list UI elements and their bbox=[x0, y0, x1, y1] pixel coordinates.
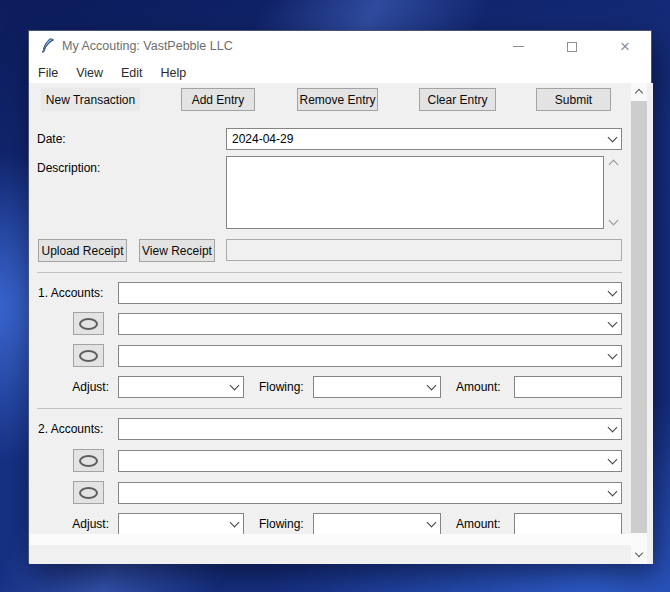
menu-file[interactable]: File bbox=[29, 64, 67, 82]
ellipse-icon bbox=[79, 318, 98, 330]
footer-strip bbox=[29, 545, 631, 564]
section1-amount-label: Amount: bbox=[456, 380, 501, 394]
vertical-scrollbar[interactable] bbox=[631, 83, 647, 564]
chevron-down-icon bbox=[608, 487, 618, 497]
minimize-icon bbox=[513, 46, 524, 47]
close-icon: × bbox=[620, 38, 630, 55]
chevron-down-icon bbox=[230, 518, 240, 528]
section2-sub1-combobox[interactable] bbox=[118, 450, 622, 472]
description-label: Description: bbox=[37, 161, 100, 175]
chevron-down-icon bbox=[608, 423, 618, 433]
section2-adjust-combobox[interactable] bbox=[118, 513, 244, 535]
maximize-icon bbox=[567, 42, 577, 52]
section2-amount-label: Amount: bbox=[456, 517, 501, 531]
section1-account-dropdown-arrow[interactable] bbox=[604, 283, 621, 303]
app-window: My Accouting: VastPebble LLC × File View… bbox=[28, 30, 652, 563]
section2-sub1-dropdown-arrow[interactable] bbox=[604, 451, 621, 471]
section2-accounts-label: 2. Accounts: bbox=[38, 422, 103, 436]
scrollbar-thumb[interactable] bbox=[631, 101, 647, 533]
app-feather-icon bbox=[40, 38, 56, 55]
content-area: New Transaction Add Entry Remove Entry C… bbox=[29, 83, 653, 564]
section1-sub2-dropdown-arrow[interactable] bbox=[604, 346, 621, 366]
add-entry-button[interactable]: Add Entry bbox=[181, 88, 255, 111]
section1-adjust-label: Adjust: bbox=[65, 380, 109, 394]
section2-amount-field[interactable] bbox=[514, 513, 622, 535]
date-dropdown-arrow[interactable] bbox=[604, 129, 621, 149]
section1-adjust-combobox[interactable] bbox=[118, 376, 244, 398]
section2-flowing-dropdown-arrow[interactable] bbox=[423, 514, 440, 534]
section2-flowing-label: Flowing: bbox=[259, 517, 304, 531]
upload-receipt-button[interactable]: Upload Receipt bbox=[38, 239, 127, 262]
section1-flowing-dropdown-arrow[interactable] bbox=[423, 377, 440, 397]
ellipse-icon bbox=[79, 455, 98, 467]
window-title: My Accouting: VastPebble LLC bbox=[62, 39, 233, 53]
section1-sub1-toggle-button[interactable] bbox=[73, 312, 104, 335]
ellipse-icon bbox=[79, 350, 98, 362]
submit-button[interactable]: Submit bbox=[536, 88, 611, 111]
section2-account-dropdown-arrow[interactable] bbox=[604, 419, 621, 439]
separator bbox=[37, 272, 622, 273]
clear-entry-button[interactable]: Clear Entry bbox=[419, 88, 496, 111]
section2-sub2-combobox[interactable] bbox=[118, 482, 622, 504]
section1-flowing-label: Flowing: bbox=[259, 380, 304, 394]
section1-account-combobox[interactable] bbox=[118, 282, 622, 304]
section1-flowing-combobox[interactable] bbox=[313, 376, 441, 398]
scrollbar-up-button[interactable] bbox=[631, 83, 647, 99]
new-transaction-button[interactable]: New Transaction bbox=[41, 88, 140, 111]
section1-sub1-combobox[interactable] bbox=[118, 313, 622, 335]
scroll-up-icon bbox=[635, 88, 643, 96]
section2-sub1-toggle-button[interactable] bbox=[73, 449, 104, 472]
view-receipt-button[interactable]: View Receipt bbox=[139, 239, 215, 262]
desktop-wallpaper: My Accouting: VastPebble LLC × File View… bbox=[0, 0, 670, 592]
menu-view[interactable]: View bbox=[67, 64, 112, 82]
receipt-path-field bbox=[226, 239, 622, 261]
menu-help[interactable]: Help bbox=[152, 64, 196, 82]
canvas-gap bbox=[29, 534, 631, 545]
ellipse-icon bbox=[79, 487, 98, 499]
maximize-button[interactable] bbox=[557, 31, 587, 62]
menubar: File View Edit Help bbox=[29, 62, 651, 83]
scroll-down-icon bbox=[635, 548, 643, 556]
chevron-down-icon bbox=[608, 350, 618, 360]
description-scrollbar[interactable] bbox=[605, 156, 622, 229]
section1-adjust-dropdown-arrow[interactable] bbox=[226, 377, 243, 397]
chevron-down-icon bbox=[230, 381, 240, 391]
section1-amount-field[interactable] bbox=[514, 376, 622, 398]
date-combobox[interactable]: 2024-04-29 bbox=[226, 128, 622, 150]
scroll-down-icon[interactable] bbox=[609, 216, 619, 226]
chevron-down-icon bbox=[608, 455, 618, 465]
description-textarea[interactable] bbox=[226, 156, 604, 229]
date-value: 2024-04-29 bbox=[227, 132, 604, 146]
section1-accounts-label: 1. Accounts: bbox=[38, 286, 103, 300]
section2-sub2-dropdown-arrow[interactable] bbox=[604, 483, 621, 503]
chevron-down-icon bbox=[608, 318, 618, 328]
chevron-down-icon bbox=[608, 133, 618, 143]
section1-sub2-toggle-button[interactable] bbox=[73, 344, 104, 367]
scroll-up-icon[interactable] bbox=[609, 160, 619, 170]
section2-sub2-toggle-button[interactable] bbox=[73, 481, 104, 504]
section2-adjust-label: Adjust: bbox=[65, 517, 109, 531]
titlebar[interactable]: My Accouting: VastPebble LLC × bbox=[29, 31, 651, 62]
minimize-button[interactable] bbox=[503, 31, 533, 62]
date-label: Date: bbox=[37, 132, 66, 146]
section1-sub1-dropdown-arrow[interactable] bbox=[604, 314, 621, 334]
menu-edit[interactable]: Edit bbox=[112, 64, 152, 82]
section2-adjust-dropdown-arrow[interactable] bbox=[226, 514, 243, 534]
remove-entry-button[interactable]: Remove Entry bbox=[297, 88, 378, 111]
chevron-down-icon bbox=[608, 287, 618, 297]
chevron-down-icon bbox=[427, 518, 437, 528]
section2-flowing-combobox[interactable] bbox=[313, 513, 441, 535]
section1-sub2-combobox[interactable] bbox=[118, 345, 622, 367]
separator bbox=[37, 408, 622, 409]
scrollbar-down-button[interactable] bbox=[631, 546, 647, 562]
chevron-down-icon bbox=[427, 381, 437, 391]
close-button[interactable]: × bbox=[610, 31, 640, 62]
section2-account-combobox[interactable] bbox=[118, 418, 622, 440]
